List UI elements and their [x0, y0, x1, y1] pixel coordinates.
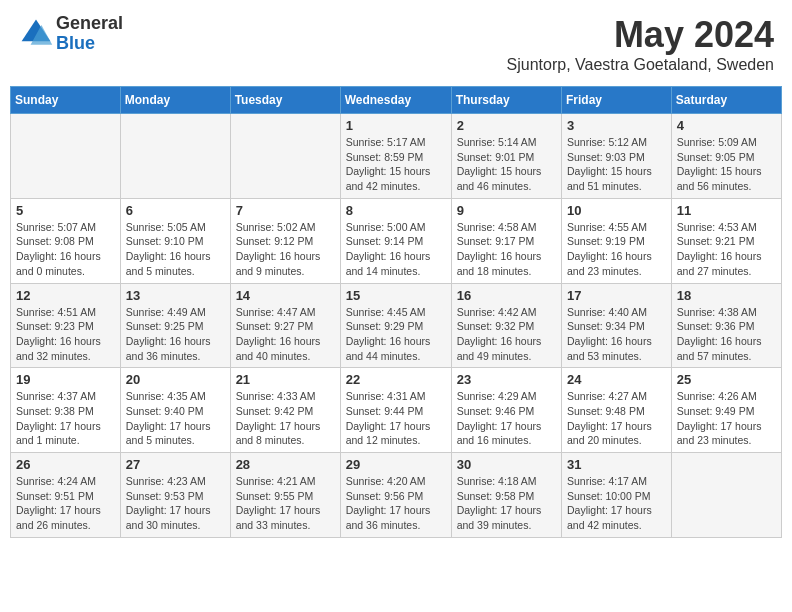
logo-blue: Blue — [56, 34, 123, 54]
day-info: Sunrise: 5:12 AMSunset: 9:03 PMDaylight:… — [567, 135, 666, 194]
day-info: Sunrise: 4:40 AMSunset: 9:34 PMDaylight:… — [567, 305, 666, 364]
calendar-body: 1Sunrise: 5:17 AMSunset: 8:59 PMDaylight… — [11, 114, 782, 538]
day-cell: 30Sunrise: 4:18 AMSunset: 9:58 PMDayligh… — [451, 453, 561, 538]
day-number: 8 — [346, 203, 446, 218]
day-info: Sunrise: 4:24 AMSunset: 9:51 PMDaylight:… — [16, 474, 115, 533]
day-number: 20 — [126, 372, 225, 387]
day-cell: 27Sunrise: 4:23 AMSunset: 9:53 PMDayligh… — [120, 453, 230, 538]
day-cell: 19Sunrise: 4:37 AMSunset: 9:38 PMDayligh… — [11, 368, 121, 453]
calendar-header: SundayMondayTuesdayWednesdayThursdayFrid… — [11, 87, 782, 114]
day-cell: 20Sunrise: 4:35 AMSunset: 9:40 PMDayligh… — [120, 368, 230, 453]
day-cell: 13Sunrise: 4:49 AMSunset: 9:25 PMDayligh… — [120, 283, 230, 368]
day-info: Sunrise: 5:17 AMSunset: 8:59 PMDaylight:… — [346, 135, 446, 194]
day-cell: 17Sunrise: 4:40 AMSunset: 9:34 PMDayligh… — [562, 283, 672, 368]
day-cell — [120, 114, 230, 199]
day-number: 3 — [567, 118, 666, 133]
day-cell — [671, 453, 781, 538]
day-number: 2 — [457, 118, 556, 133]
day-info: Sunrise: 4:27 AMSunset: 9:48 PMDaylight:… — [567, 389, 666, 448]
day-number: 30 — [457, 457, 556, 472]
day-cell: 29Sunrise: 4:20 AMSunset: 9:56 PMDayligh… — [340, 453, 451, 538]
day-info: Sunrise: 4:20 AMSunset: 9:56 PMDaylight:… — [346, 474, 446, 533]
calendar-table: SundayMondayTuesdayWednesdayThursdayFrid… — [10, 86, 782, 538]
day-info: Sunrise: 4:21 AMSunset: 9:55 PMDaylight:… — [236, 474, 335, 533]
day-number: 10 — [567, 203, 666, 218]
day-number: 5 — [16, 203, 115, 218]
day-number: 25 — [677, 372, 776, 387]
day-info: Sunrise: 4:49 AMSunset: 9:25 PMDaylight:… — [126, 305, 225, 364]
day-info: Sunrise: 4:47 AMSunset: 9:27 PMDaylight:… — [236, 305, 335, 364]
day-cell: 14Sunrise: 4:47 AMSunset: 9:27 PMDayligh… — [230, 283, 340, 368]
logo: General Blue — [18, 14, 123, 54]
week-row-1: 1Sunrise: 5:17 AMSunset: 8:59 PMDaylight… — [11, 114, 782, 199]
day-cell: 23Sunrise: 4:29 AMSunset: 9:46 PMDayligh… — [451, 368, 561, 453]
day-cell: 18Sunrise: 4:38 AMSunset: 9:36 PMDayligh… — [671, 283, 781, 368]
day-number: 27 — [126, 457, 225, 472]
day-header-thursday: Thursday — [451, 87, 561, 114]
day-cell: 1Sunrise: 5:17 AMSunset: 8:59 PMDaylight… — [340, 114, 451, 199]
day-info: Sunrise: 4:26 AMSunset: 9:49 PMDaylight:… — [677, 389, 776, 448]
day-cell: 31Sunrise: 4:17 AMSunset: 10:00 PMDaylig… — [562, 453, 672, 538]
day-header-wednesday: Wednesday — [340, 87, 451, 114]
day-number: 23 — [457, 372, 556, 387]
day-number: 13 — [126, 288, 225, 303]
day-cell: 16Sunrise: 4:42 AMSunset: 9:32 PMDayligh… — [451, 283, 561, 368]
logo-text: General Blue — [56, 14, 123, 54]
day-number: 9 — [457, 203, 556, 218]
day-info: Sunrise: 4:37 AMSunset: 9:38 PMDaylight:… — [16, 389, 115, 448]
day-cell: 21Sunrise: 4:33 AMSunset: 9:42 PMDayligh… — [230, 368, 340, 453]
day-number: 14 — [236, 288, 335, 303]
day-info: Sunrise: 4:38 AMSunset: 9:36 PMDaylight:… — [677, 305, 776, 364]
day-cell — [11, 114, 121, 199]
day-cell: 7Sunrise: 5:02 AMSunset: 9:12 PMDaylight… — [230, 198, 340, 283]
day-number: 29 — [346, 457, 446, 472]
day-header-tuesday: Tuesday — [230, 87, 340, 114]
day-cell: 24Sunrise: 4:27 AMSunset: 9:48 PMDayligh… — [562, 368, 672, 453]
day-number: 11 — [677, 203, 776, 218]
day-number: 4 — [677, 118, 776, 133]
day-info: Sunrise: 4:53 AMSunset: 9:21 PMDaylight:… — [677, 220, 776, 279]
day-cell: 10Sunrise: 4:55 AMSunset: 9:19 PMDayligh… — [562, 198, 672, 283]
day-info: Sunrise: 4:31 AMSunset: 9:44 PMDaylight:… — [346, 389, 446, 448]
day-info: Sunrise: 4:55 AMSunset: 9:19 PMDaylight:… — [567, 220, 666, 279]
day-cell: 11Sunrise: 4:53 AMSunset: 9:21 PMDayligh… — [671, 198, 781, 283]
page-header: General Blue May 2024 Sjuntorp, Vaestra … — [10, 10, 782, 78]
day-info: Sunrise: 4:18 AMSunset: 9:58 PMDaylight:… — [457, 474, 556, 533]
week-row-2: 5Sunrise: 5:07 AMSunset: 9:08 PMDaylight… — [11, 198, 782, 283]
day-cell: 2Sunrise: 5:14 AMSunset: 9:01 PMDaylight… — [451, 114, 561, 199]
day-number: 19 — [16, 372, 115, 387]
day-info: Sunrise: 4:42 AMSunset: 9:32 PMDaylight:… — [457, 305, 556, 364]
day-cell: 9Sunrise: 4:58 AMSunset: 9:17 PMDaylight… — [451, 198, 561, 283]
logo-icon — [18, 16, 54, 52]
day-cell: 25Sunrise: 4:26 AMSunset: 9:49 PMDayligh… — [671, 368, 781, 453]
day-number: 22 — [346, 372, 446, 387]
day-number: 26 — [16, 457, 115, 472]
week-row-3: 12Sunrise: 4:51 AMSunset: 9:23 PMDayligh… — [11, 283, 782, 368]
day-cell: 12Sunrise: 4:51 AMSunset: 9:23 PMDayligh… — [11, 283, 121, 368]
day-number: 17 — [567, 288, 666, 303]
day-number: 12 — [16, 288, 115, 303]
day-cell: 6Sunrise: 5:05 AMSunset: 9:10 PMDaylight… — [120, 198, 230, 283]
day-number: 21 — [236, 372, 335, 387]
day-number: 31 — [567, 457, 666, 472]
day-number: 18 — [677, 288, 776, 303]
week-row-4: 19Sunrise: 4:37 AMSunset: 9:38 PMDayligh… — [11, 368, 782, 453]
day-number: 15 — [346, 288, 446, 303]
day-info: Sunrise: 5:09 AMSunset: 9:05 PMDaylight:… — [677, 135, 776, 194]
day-cell: 28Sunrise: 4:21 AMSunset: 9:55 PMDayligh… — [230, 453, 340, 538]
day-number: 16 — [457, 288, 556, 303]
day-cell: 3Sunrise: 5:12 AMSunset: 9:03 PMDaylight… — [562, 114, 672, 199]
day-header-sunday: Sunday — [11, 87, 121, 114]
day-number: 7 — [236, 203, 335, 218]
day-info: Sunrise: 4:51 AMSunset: 9:23 PMDaylight:… — [16, 305, 115, 364]
day-number: 28 — [236, 457, 335, 472]
day-info: Sunrise: 4:35 AMSunset: 9:40 PMDaylight:… — [126, 389, 225, 448]
day-number: 24 — [567, 372, 666, 387]
day-info: Sunrise: 4:58 AMSunset: 9:17 PMDaylight:… — [457, 220, 556, 279]
day-info: Sunrise: 4:17 AMSunset: 10:00 PMDaylight… — [567, 474, 666, 533]
day-cell: 26Sunrise: 4:24 AMSunset: 9:51 PMDayligh… — [11, 453, 121, 538]
week-row-5: 26Sunrise: 4:24 AMSunset: 9:51 PMDayligh… — [11, 453, 782, 538]
day-info: Sunrise: 5:14 AMSunset: 9:01 PMDaylight:… — [457, 135, 556, 194]
day-cell: 22Sunrise: 4:31 AMSunset: 9:44 PMDayligh… — [340, 368, 451, 453]
day-cell — [230, 114, 340, 199]
